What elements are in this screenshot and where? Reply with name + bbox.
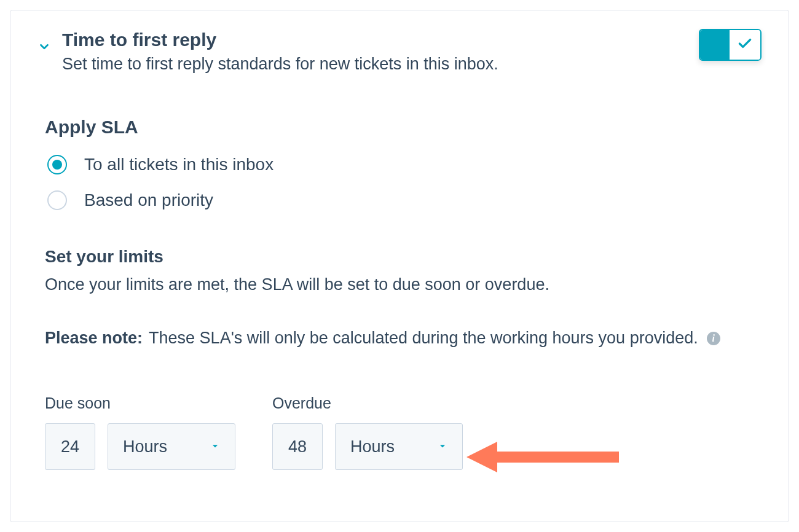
note-bold: Please note: — [45, 329, 143, 348]
radio-label: To all tickets in this inbox — [84, 155, 274, 174]
enable-sla-toggle[interactable] — [699, 29, 762, 61]
overdue-group: Overdue 48 Hours — [272, 394, 463, 470]
caret-down-icon — [436, 437, 449, 456]
panel-title: Time to first reply — [62, 29, 688, 51]
due-soon-unit-select[interactable]: Hours — [108, 423, 235, 470]
radio-label: Based on priority — [84, 190, 213, 210]
set-limits-description: Once your limits are met, the SLA will b… — [45, 275, 762, 294]
radio-icon — [47, 155, 67, 174]
info-icon[interactable]: i — [707, 332, 720, 345]
radio-icon — [47, 190, 67, 210]
sla-panel: Time to first reply Set time to first re… — [10, 10, 789, 522]
note-text: These SLA's will only be calculated duri… — [149, 329, 698, 348]
sla-note: Please note: These SLA's will only be ca… — [45, 329, 762, 348]
select-value: Hours — [123, 437, 167, 456]
overdue-unit-select[interactable]: Hours — [335, 423, 463, 470]
check-icon — [737, 36, 753, 54]
due-soon-group: Due soon 24 Hours — [45, 394, 235, 470]
radio-option-all-tickets[interactable]: To all tickets in this inbox — [47, 155, 762, 174]
overdue-value-input[interactable]: 48 — [272, 423, 323, 470]
radio-option-priority[interactable]: Based on priority — [47, 190, 762, 210]
due-soon-value-input[interactable]: 24 — [45, 423, 95, 470]
collapse-chevron-icon[interactable] — [37, 40, 51, 56]
panel-subtitle: Set time to first reply standards for ne… — [62, 55, 688, 74]
apply-sla-heading: Apply SLA — [45, 117, 762, 138]
due-soon-label: Due soon — [45, 394, 235, 412]
caret-down-icon — [209, 437, 221, 456]
overdue-label: Overdue — [272, 394, 463, 412]
panel-header: Time to first reply Set time to first re… — [37, 29, 762, 74]
select-value: Hours — [350, 437, 395, 456]
set-limits-heading: Set your limits — [45, 247, 762, 267]
